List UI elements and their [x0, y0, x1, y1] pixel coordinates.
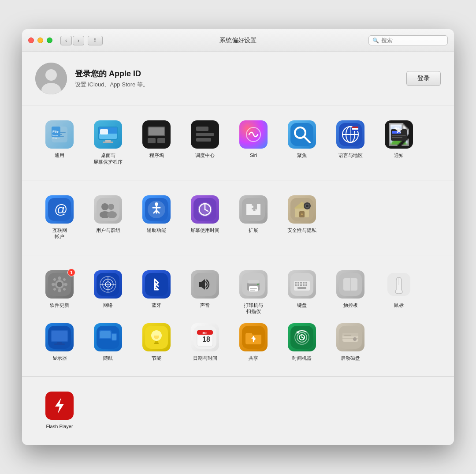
pref-network[interactable]: 网络: [84, 266, 132, 319]
appleid-title: 登录您的 Apple ID: [75, 68, 398, 79]
screentime-icon: [191, 195, 219, 224]
svg-rect-100: [295, 282, 297, 284]
pref-desktop[interactable]: 桌面与屏幕保护程序: [84, 116, 132, 169]
internet-icon: @: [45, 195, 74, 224]
mouse-label: 鼠标: [394, 302, 404, 308]
svg-point-152: [353, 337, 357, 341]
system-preferences-window: ‹ › ⠿ 系统偏好设置 🔍 登录您的 Apple ID 设置 iCloud、A…: [22, 29, 454, 444]
pref-mission[interactable]: 程序坞: [132, 116, 181, 169]
pref-language[interactable]: 语言与地区: [326, 116, 375, 169]
svg-point-51: [108, 204, 114, 210]
pref-accessibility[interactable]: 辅助功能: [132, 191, 181, 244]
forward-button[interactable]: ›: [73, 36, 84, 45]
svg-rect-76: [64, 283, 67, 286]
search-box[interactable]: 🔍: [368, 35, 448, 45]
avatar: [35, 63, 67, 94]
section-accounts: @ 互联网帐户: [22, 180, 454, 255]
svg-rect-105: [295, 284, 297, 286]
pref-mouse[interactable]: 鼠标: [375, 266, 423, 319]
pref-trackpad[interactable]: 触控板: [326, 266, 375, 319]
svg-rect-106: [298, 284, 299, 286]
svg-rect-73: [58, 276, 61, 280]
timemachine-label: 时间机器: [292, 355, 312, 361]
mission-label: 程序坞: [149, 152, 164, 158]
pref-startup[interactable]: 启动磁盘: [326, 319, 375, 366]
pref-flash-player[interactable]: Flash Player: [35, 387, 84, 434]
svg-rect-75: [52, 283, 55, 286]
svg-point-52: [107, 211, 117, 218]
svg-rect-119: [57, 342, 62, 343]
svg-rect-102: [300, 282, 302, 284]
traffic-lights: [28, 37, 52, 43]
accessibility-icon: [142, 195, 171, 224]
software-update-label: 软件更新: [50, 302, 69, 308]
icon-grid-hardware: 1 软件更新: [35, 266, 441, 366]
svg-rect-153: [344, 335, 351, 336]
svg-rect-118: [52, 331, 67, 341]
svg-point-1: [45, 69, 57, 81]
mission-icon: [142, 120, 171, 149]
icon-grid-system: File New Ope... 通用: [35, 116, 441, 169]
svg-rect-22: [157, 138, 165, 143]
pref-sound[interactable]: 声音: [181, 266, 229, 319]
svg-rect-16: [103, 142, 113, 143]
pref-printer[interactable]: 打印机与扫描仪: [229, 266, 278, 319]
mouse-icon: [385, 270, 413, 299]
section-hardware: 1 软件更新: [22, 255, 454, 377]
svg-point-66: [301, 213, 303, 215]
svg-text:File: File: [52, 130, 59, 134]
pref-displays[interactable]: 显示器: [35, 319, 84, 366]
pref-screentime[interactable]: 屏幕使用时间: [181, 191, 229, 244]
svg-rect-129: [154, 343, 159, 344]
login-button[interactable]: 登录: [406, 71, 441, 86]
pref-internet[interactable]: @ 互联网帐户: [35, 191, 84, 244]
pref-siri[interactable]: Siri: [229, 116, 278, 169]
back-button[interactable]: ‹: [60, 36, 72, 45]
extensions-icon: [239, 195, 268, 224]
minimize-button[interactable]: [37, 37, 43, 43]
svg-rect-15: [105, 140, 111, 142]
svg-rect-24: [196, 127, 208, 131]
nav-buttons: ‹ ›: [60, 36, 84, 45]
svg-text:JUL: JUL: [202, 331, 208, 335]
pref-keyboard[interactable]: 键盘: [278, 266, 326, 319]
displays-label: 显示器: [52, 355, 67, 361]
pref-bluetooth[interactable]: 蓝牙: [132, 266, 181, 319]
pref-energy[interactable]: 节能: [132, 319, 181, 366]
pref-extensions[interactable]: 扩展: [229, 191, 278, 244]
displays-icon: [45, 323, 74, 351]
svg-rect-44: [392, 137, 402, 138]
network-label: 网络: [103, 302, 113, 308]
pref-general[interactable]: File New Ope... 通用: [35, 116, 84, 169]
pref-notification-center[interactable]: 调度中心: [181, 116, 229, 169]
pref-datetime[interactable]: JUL 18 日期与时间: [181, 319, 229, 366]
startup-label: 启动磁盘: [341, 355, 360, 361]
energy-label: 节能: [152, 355, 161, 361]
svg-rect-95: [250, 288, 257, 289]
window-title: 系统偏好设置: [219, 37, 257, 45]
svg-rect-101: [298, 282, 299, 284]
pref-users[interactable]: 用户与群组: [84, 191, 132, 244]
sharing-label: 共享: [249, 355, 258, 361]
pref-timemachine[interactable]: 时间机器: [278, 319, 326, 366]
search-input[interactable]: [381, 37, 444, 44]
svg-rect-17: [100, 129, 108, 134]
printer-label: 打印机与扫描仪: [244, 302, 263, 315]
close-button[interactable]: [28, 37, 34, 43]
pref-sharing[interactable]: 共享: [229, 319, 278, 366]
pref-security[interactable]: 安全性与隐私: [278, 191, 326, 244]
notification-center-label: 调度中心: [195, 152, 215, 158]
svg-rect-103: [303, 282, 305, 284]
pref-spotlight[interactable]: 聚焦: [278, 116, 326, 169]
handoff-label: 随航: [103, 355, 113, 361]
svg-rect-110: [298, 287, 306, 289]
maximize-button[interactable]: [47, 37, 52, 43]
users-label: 用户与群组: [96, 227, 120, 233]
svg-point-72: [57, 282, 62, 287]
appleid-text: 登录您的 Apple ID 设置 iCloud、App Store 等。: [75, 68, 398, 89]
pref-notifications[interactable]: 通知: [375, 116, 423, 169]
pref-software-update[interactable]: 1 软件更新: [35, 266, 84, 319]
svg-rect-38: [352, 128, 358, 130]
grid-view-button[interactable]: ⠿: [88, 36, 103, 45]
pref-handoff[interactable]: 随航: [84, 319, 132, 366]
